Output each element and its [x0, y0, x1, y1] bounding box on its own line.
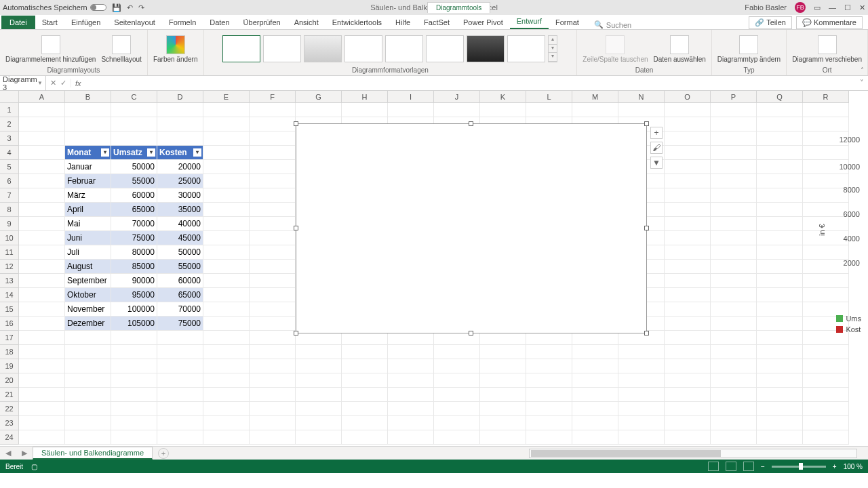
- col-header[interactable]: N: [618, 91, 665, 103]
- cell[interactable]: [250, 188, 296, 203]
- row-header[interactable]: 10: [0, 231, 19, 245]
- cell[interactable]: [111, 331, 157, 345]
- cell[interactable]: [711, 430, 757, 445]
- style-7[interactable]: [467, 35, 505, 62]
- cell[interactable]: 100000: [111, 302, 157, 317]
- style-3[interactable]: [304, 35, 342, 62]
- cell[interactable]: [388, 103, 434, 117]
- cell[interactable]: [711, 188, 757, 203]
- filter-icon[interactable]: ▾: [101, 148, 109, 157]
- cell[interactable]: [296, 430, 342, 445]
- cell[interactable]: [618, 359, 665, 373]
- row-header[interactable]: 2: [0, 117, 19, 131]
- col-header[interactable]: J: [434, 91, 480, 103]
- cell[interactable]: [342, 359, 388, 373]
- cell[interactable]: [665, 103, 711, 117]
- cell[interactable]: [203, 317, 250, 331]
- col-header[interactable]: L: [526, 91, 572, 103]
- cell[interactable]: 45000: [157, 231, 203, 245]
- resize-handle[interactable]: [644, 121, 649, 126]
- cell[interactable]: [803, 402, 849, 416]
- row-header[interactable]: 13: [0, 274, 19, 288]
- cell[interactable]: [250, 317, 296, 331]
- cell[interactable]: [203, 402, 250, 416]
- chart-styles-icon[interactable]: 🖌: [650, 142, 663, 154]
- cell[interactable]: [434, 103, 480, 117]
- cell[interactable]: [342, 345, 388, 359]
- cell[interactable]: [111, 402, 157, 416]
- cell[interactable]: [526, 373, 572, 388]
- cell[interactable]: [388, 345, 434, 359]
- cell[interactable]: [342, 430, 388, 445]
- col-header[interactable]: D: [157, 91, 203, 103]
- cell[interactable]: 20000: [157, 160, 203, 174]
- cell[interactable]: 75000: [111, 231, 157, 245]
- resize-handle[interactable]: [294, 331, 298, 336]
- cell[interactable]: [711, 131, 757, 146]
- row-header[interactable]: 15: [0, 302, 19, 317]
- cell[interactable]: [388, 373, 434, 388]
- share-button[interactable]: 🔗 Teilen: [749, 16, 792, 29]
- cell[interactable]: [711, 203, 757, 217]
- chart-object[interactable]: + 🖌 ▼: [296, 123, 647, 333]
- cell[interactable]: [572, 430, 618, 445]
- cell[interactable]: [388, 416, 434, 430]
- cell[interactable]: [388, 402, 434, 416]
- cell[interactable]: [757, 117, 803, 131]
- cell[interactable]: [19, 203, 65, 217]
- cell[interactable]: [250, 117, 296, 131]
- cell[interactable]: [111, 430, 157, 445]
- chart-elements-icon[interactable]: +: [650, 127, 663, 139]
- cell[interactable]: [111, 345, 157, 359]
- cell[interactable]: [19, 217, 65, 231]
- cell[interactable]: [757, 416, 803, 430]
- row-header[interactable]: 3: [0, 131, 19, 146]
- cell[interactable]: 65000: [157, 288, 203, 302]
- cell[interactable]: [618, 103, 665, 117]
- cell[interactable]: 70000: [111, 217, 157, 231]
- cell[interactable]: [65, 117, 111, 131]
- cell[interactable]: 90000: [111, 274, 157, 288]
- cell[interactable]: [711, 231, 757, 245]
- row-header[interactable]: 22: [0, 402, 19, 416]
- col-header[interactable]: E: [203, 91, 250, 103]
- cell[interactable]: [250, 430, 296, 445]
- cell[interactable]: [250, 260, 296, 274]
- cell[interactable]: [757, 402, 803, 416]
- cell[interactable]: [203, 430, 250, 445]
- cell[interactable]: Oktober: [65, 288, 111, 302]
- cell[interactable]: [388, 388, 434, 402]
- cell[interactable]: [250, 217, 296, 231]
- cell[interactable]: [65, 345, 111, 359]
- cell[interactable]: [480, 416, 526, 430]
- quick-layout-button[interactable]: Schnelllayout: [101, 35, 141, 63]
- cell[interactable]: [203, 217, 250, 231]
- row-header[interactable]: 5: [0, 160, 19, 174]
- close-icon[interactable]: ✕: [859, 3, 865, 12]
- enter-icon[interactable]: ✓: [60, 79, 66, 87]
- cell[interactable]: [711, 174, 757, 188]
- cell[interactable]: [19, 345, 65, 359]
- cell[interactable]: [65, 331, 111, 345]
- row-header[interactable]: 8: [0, 203, 19, 217]
- tab-formulas[interactable]: Formeln: [162, 16, 203, 29]
- cell[interactable]: [203, 260, 250, 274]
- cell[interactable]: Juli: [65, 245, 111, 260]
- cell[interactable]: [342, 373, 388, 388]
- expand-formula-icon[interactable]: ˅: [856, 79, 868, 87]
- cell[interactable]: [250, 146, 296, 160]
- save-icon[interactable]: 💾: [112, 3, 121, 12]
- switch-row-col-button[interactable]: Zeile/Spalte tauschen: [583, 35, 648, 63]
- cell[interactable]: [572, 416, 618, 430]
- cell[interactable]: [296, 402, 342, 416]
- cell[interactable]: [572, 402, 618, 416]
- col-header[interactable]: Q: [757, 91, 803, 103]
- cell[interactable]: 65000: [111, 203, 157, 217]
- cell[interactable]: 40000: [157, 217, 203, 231]
- cell[interactable]: [665, 146, 711, 160]
- cell[interactable]: [572, 373, 618, 388]
- sheet-tab-active[interactable]: Säulen- und Balkendiagramme: [33, 447, 153, 460]
- move-chart-button[interactable]: Diagramm verschieben: [792, 35, 862, 63]
- cell[interactable]: [157, 388, 203, 402]
- cell[interactable]: 35000: [157, 203, 203, 217]
